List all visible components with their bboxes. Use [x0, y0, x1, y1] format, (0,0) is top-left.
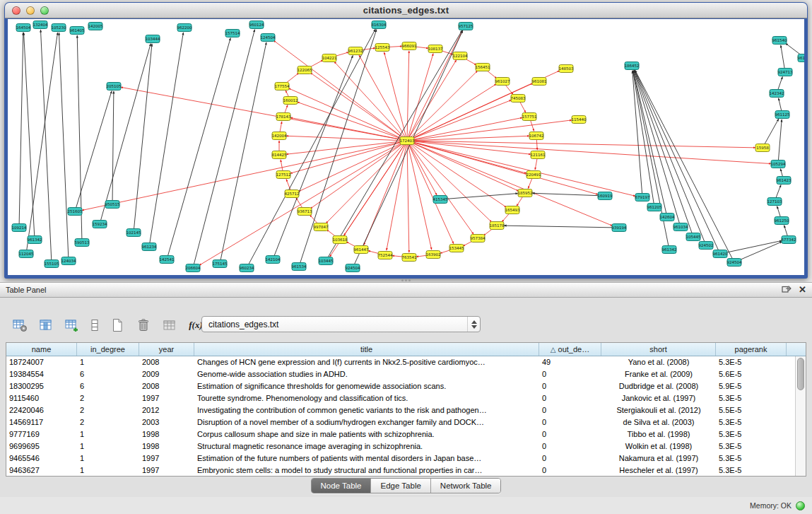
graph-node[interactable]: 752544 [378, 252, 393, 259]
graph-node[interactable]: 763541 [402, 254, 417, 262]
graph-node[interactable]: 961204 [798, 54, 805, 62]
graph-node[interactable]: 127103 [767, 198, 782, 206]
graph-node[interactable]: 177554 [275, 83, 290, 90]
graph-node[interactable]: 122104 [453, 52, 468, 60]
memory-status-indicator[interactable] [796, 501, 805, 510]
table-row[interactable]: 1456911722003Disruption of a novel membe… [6, 416, 795, 428]
graph-node[interactable]: 961534 [292, 263, 307, 271]
table-settings-icon[interactable] [10, 316, 30, 334]
graph-node[interactable]: 104221 [322, 54, 337, 62]
graph-node[interactable]: 924713 [778, 69, 793, 76]
edit-table-icon[interactable] [62, 316, 82, 334]
table-row[interactable]: 946554611997Estimation of the future num… [6, 452, 795, 465]
window-titlebar[interactable]: citations_edges.txt [5, 3, 807, 18]
graph-node[interactable]: 924504 [346, 264, 360, 272]
delete-table-icon[interactable] [134, 316, 153, 334]
graph-node[interactable]: 924504 [727, 259, 742, 267]
graph-node[interactable]: 103618 [333, 236, 348, 244]
graph-node[interactable]: 590513 [75, 239, 90, 247]
column-header-in_degree[interactable]: in_degree [77, 343, 139, 356]
graph-node[interactable]: 961232 [348, 47, 363, 55]
column-header-out_de[interactable]: △out_de… [539, 343, 601, 356]
graph-node[interactable]: 160919 [598, 192, 613, 200]
graph-node[interactable]: 220491 [526, 171, 541, 179]
graph-node[interactable]: 957125 [459, 23, 473, 30]
column-header-year[interactable]: year [139, 343, 194, 356]
graph-node[interactable]: 961342 [662, 246, 677, 254]
graph-node[interactable]: 164504 [16, 24, 31, 32]
graph-node[interactable]: 961250 [775, 217, 789, 225]
graph-node[interactable]: 814425 [272, 151, 287, 159]
graph-node[interactable]: 106742 [529, 132, 544, 140]
graph-node[interactable]: 415345 [433, 196, 448, 204]
column-header-name[interactable]: name [6, 343, 77, 356]
zoom-window-button[interactable] [40, 6, 49, 15]
graph-node[interactable]: 961420 [713, 250, 728, 258]
tab-node-table[interactable]: Node Table [312, 479, 372, 493]
scrollbar-thumb[interactable] [797, 358, 804, 390]
tab-edge-table[interactable]: Edge Table [371, 479, 430, 493]
graph-node[interactable]: 961205 [647, 204, 662, 211]
column-header-title[interactable]: title [194, 343, 539, 356]
graph-node[interactable]: 939194 [612, 224, 627, 232]
table-row[interactable]: 969969511998Structural magnetic resonanc… [6, 440, 795, 452]
graph-node[interactable]: 142104 [266, 256, 281, 264]
graph-node[interactable]: 142604 [660, 214, 675, 221]
graph-node[interactable]: 122065 [298, 66, 312, 74]
graph-node[interactable]: 172403 [400, 137, 415, 145]
table-row[interactable]: 1872400712008Changes of HCN gene express… [6, 356, 795, 368]
graph-node[interactable]: 103444 [146, 35, 160, 43]
table-row[interactable]: 2242004622012Investigating the contribut… [6, 404, 795, 416]
table-row[interactable]: 946362711997Embryonic stem cells: a mode… [6, 465, 795, 476]
graph-node[interactable]: 142005 [88, 23, 103, 30]
graph-node[interactable]: 102145 [126, 229, 141, 237]
graph-node[interactable]: 115440 [572, 116, 587, 124]
graph-node[interactable]: 961125 [775, 111, 790, 119]
tab-network-table[interactable]: Network Table [431, 479, 501, 493]
graph-node[interactable]: 157751 [522, 113, 537, 121]
graph-node[interactable]: 961034 [673, 223, 688, 231]
graph-node[interactable]: 185952 [518, 189, 533, 197]
column-header-short[interactable]: short [601, 343, 716, 356]
graph-node[interactable]: 677342 [782, 236, 796, 244]
graph-node[interactable]: 175145 [213, 260, 228, 268]
table-row[interactable]: 1830029562008Estimation of significance … [6, 380, 795, 392]
graph-node[interactable]: 816304 [372, 21, 387, 29]
graph-node[interactable]: 15958 [755, 144, 770, 152]
graph-node[interactable]: 125543 [375, 44, 390, 52]
graph-node[interactable]: 159234 [93, 221, 107, 228]
graph-node[interactable]: 961234 [142, 243, 157, 251]
graph-node[interactable]: 960124 [249, 21, 264, 29]
graph-node[interactable]: 103445 [319, 257, 334, 265]
graph-node[interactable]: 950515 [105, 201, 120, 209]
graph-node[interactable]: 112045 [19, 250, 34, 258]
graph-node[interactable]: 127512 [276, 171, 291, 179]
graph-node[interactable]: 961447 [354, 246, 369, 254]
show-columns-icon[interactable] [36, 316, 56, 334]
import-table-icon[interactable] [160, 316, 180, 334]
graph-node[interactable]: 142004 [272, 132, 287, 140]
graph-node[interactable]: 962200 [177, 24, 192, 32]
graph-node[interactable]: 132404 [33, 21, 48, 29]
graph-node[interactable]: 108137 [428, 45, 443, 53]
graph-node[interactable]: 186452 [625, 62, 640, 70]
graph-node[interactable]: 961081 [532, 78, 547, 86]
graph-node[interactable]: 960234 [240, 264, 254, 272]
graph-node[interactable]: 124504 [261, 34, 276, 42]
close-window-button[interactable] [12, 6, 20, 15]
graph-node[interactable]: 148503 [559, 65, 574, 73]
graph-node[interactable]: 961423 [777, 177, 792, 185]
graph-node[interactable]: 961027 [495, 78, 510, 86]
table-vertical-scrollbar[interactable] [795, 356, 806, 476]
graph-node[interactable]: 142342 [770, 90, 784, 98]
graph-node[interactable]: 105230 [52, 24, 66, 32]
row-form-icon[interactable] [88, 316, 101, 334]
graph-node[interactable]: 142541 [160, 256, 175, 264]
graph-node[interactable]: 153445 [449, 245, 464, 252]
graph-node[interactable]: 206604 [186, 264, 201, 272]
table-row[interactable]: 911546021997Tourette syndrome. Phenomeno… [6, 392, 795, 404]
graph-node[interactable]: 121161 [531, 151, 546, 159]
graph-node[interactable]: 679197 [635, 194, 650, 201]
graph-node[interactable]: 156451 [476, 64, 490, 71]
graph-node[interactable]: 185178 [490, 222, 505, 230]
